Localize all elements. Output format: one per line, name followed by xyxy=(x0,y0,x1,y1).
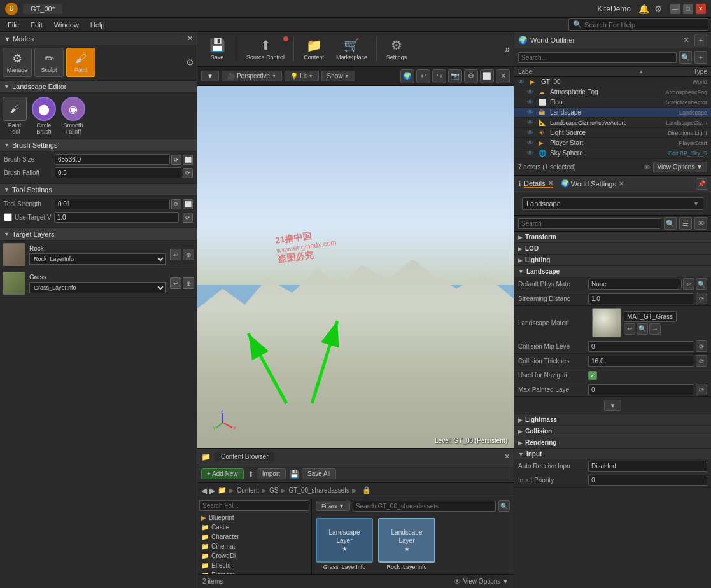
settings-icon[interactable]: ⚙ xyxy=(654,4,663,14)
circle-brush-btn[interactable]: ⬤ CircleBrush xyxy=(32,97,56,135)
rock-layer-select[interactable]: Rock_LayerInfo xyxy=(29,253,166,265)
collision-thick-reset[interactable]: ⟳ xyxy=(696,355,707,367)
details-group-rendering-header[interactable]: ▶ Rendering xyxy=(514,437,711,448)
sky-eye-icon[interactable]: 👁 xyxy=(527,150,536,157)
vp-icon-5[interactable]: ⚙ xyxy=(464,69,478,83)
grass-layer-select[interactable]: Grass_LayerInfo xyxy=(29,282,166,293)
cb-tab[interactable]: Content Browser xyxy=(215,452,274,461)
cb-add-new-btn[interactable]: + Add New xyxy=(201,468,244,479)
target-layers-header[interactable]: ▼ Target Layers xyxy=(0,228,197,241)
tree-item-castle[interactable]: 📁 Castle xyxy=(197,522,311,532)
collision-mip-reset[interactable]: ⟳ xyxy=(696,340,707,352)
menu-file[interactable]: File xyxy=(3,20,24,30)
floor-eye-icon[interactable]: 👁 xyxy=(527,99,536,106)
tree-item-cinemat[interactable]: 📁 Cinemat xyxy=(197,542,311,551)
details-view-btn[interactable]: ☰ xyxy=(679,217,692,230)
search-assets-input[interactable] xyxy=(353,501,496,512)
streaming-dist-reset[interactable]: ⟳ xyxy=(696,293,707,304)
breadcrumb-content[interactable]: Content xyxy=(237,487,259,494)
save-button[interactable]: 💾 Save xyxy=(201,35,233,63)
landscape-expand-btn[interactable]: ▼ xyxy=(604,400,622,411)
rock-reset-btn[interactable]: ↩ xyxy=(170,249,181,260)
paint-tool-btn[interactable]: 🖌 PaintTool xyxy=(3,97,27,135)
maximize-button[interactable]: □ xyxy=(683,4,693,14)
tree-item-blueprint[interactable]: ▶ Blueprint xyxy=(197,513,311,522)
tree-item-crowddi[interactable]: 📁 CrowdDi xyxy=(197,551,311,561)
default-phys-select[interactable]: None xyxy=(588,279,682,290)
tool-strength-input[interactable] xyxy=(55,199,170,209)
wo-search-btn[interactable]: 🔍 xyxy=(679,51,692,64)
light-eye-icon[interactable]: 👁 xyxy=(527,129,536,136)
used-nav-checkbox[interactable]: ✓ xyxy=(588,371,597,380)
brush-falloff-reset[interactable]: ⟳ xyxy=(183,168,193,178)
details-group-landscape-header[interactable]: ▼ Landscape xyxy=(514,266,711,277)
wo-search-input[interactable] xyxy=(518,52,677,63)
notifications-icon[interactable]: 🔔 xyxy=(638,4,649,14)
details-group-input-header[interactable]: ▼ Input xyxy=(514,449,711,459)
auto-receive-select[interactable]: Disabled xyxy=(588,461,707,472)
tree-item-character[interactable]: 📁 Character xyxy=(197,532,311,542)
asset-grass[interactable]: LandscapeLayer★ Grass_LayerInfo xyxy=(316,518,373,571)
collision-thick-input[interactable] xyxy=(588,356,694,367)
collision-mip-input[interactable] xyxy=(588,341,694,352)
breadcrumb-gs[interactable]: GS xyxy=(269,487,278,494)
close-button[interactable]: ✕ xyxy=(696,4,706,14)
details-eye-btn[interactable]: 👁 xyxy=(694,217,707,230)
minimize-button[interactable]: — xyxy=(670,4,680,14)
wo-item-gizmo[interactable]: 👁 📐 LandscapeGizmoActiveActorL Landscape… xyxy=(514,118,711,128)
use-target-reset[interactable]: ⟳ xyxy=(183,213,193,223)
details-group-lightmass-header[interactable]: ▶ Lightmass xyxy=(514,414,711,425)
details-tab-close[interactable]: ✕ xyxy=(548,179,553,186)
asset-rock[interactable]: LandscapeLayer★ Rock_LayerInfo xyxy=(378,518,435,571)
mode-manage[interactable]: ⚙ Manage xyxy=(3,48,32,77)
perspective-btn[interactable]: 🎥 Perspective ▼ xyxy=(222,71,282,81)
details-tab[interactable]: Details ✕ xyxy=(524,179,553,188)
details-group-collision-header[interactable]: ▶ Collision xyxy=(514,426,711,437)
streaming-dist-input[interactable] xyxy=(588,293,694,304)
cb-back-btn[interactable]: ◀ xyxy=(201,486,207,495)
wo-item-landscape[interactable]: 👁 🏔 Landscape Landscape xyxy=(514,108,711,118)
cb-view-options[interactable]: View Options ▼ xyxy=(463,578,509,585)
wo-add-btn[interactable]: + xyxy=(694,34,707,46)
toolbar-expand-btn[interactable]: » xyxy=(505,44,510,54)
cb-close-btn[interactable]: ✕ xyxy=(504,452,510,461)
gt00-eye-icon[interactable]: 👁 xyxy=(518,78,527,85)
tool-strength-reset[interactable]: ⟳ xyxy=(171,199,181,209)
vp-maximize-btn[interactable]: ⬜ xyxy=(480,69,494,83)
input-priority-input[interactable] xyxy=(588,475,707,486)
cb-import-btn[interactable]: Import xyxy=(257,468,286,479)
details-search-input[interactable] xyxy=(518,218,661,229)
wo-item-light[interactable]: 👁 ☀ Light Source DirectionalLight xyxy=(514,128,711,138)
brush-settings-header[interactable]: ▼ Brush Settings xyxy=(0,139,197,151)
viewport-dropdown-btn[interactable]: ▼ xyxy=(201,71,219,81)
content-button[interactable]: 📁 Content xyxy=(298,35,330,63)
menu-help[interactable]: Help xyxy=(85,20,110,30)
details-group-lod-header[interactable]: ▶ LOD xyxy=(514,243,711,254)
breadcrumb-sharedassets[interactable]: GT_00_sharedassets xyxy=(288,487,349,494)
marketplace-button[interactable]: 🛒 Marketplace xyxy=(331,35,372,63)
mode-sculpt[interactable]: ✏ Sculpt xyxy=(34,48,64,77)
modes-close[interactable]: ✕ xyxy=(187,34,193,43)
menu-window[interactable]: Window xyxy=(49,20,84,30)
world-settings-tab[interactable]: 🌍 World Settings ✕ xyxy=(561,179,624,188)
mat-reset-btn[interactable]: ↩ xyxy=(624,323,635,335)
vp-icon-4[interactable]: 📷 xyxy=(448,69,462,83)
use-target-input[interactable] xyxy=(54,212,179,223)
gizmo-eye-icon[interactable]: 👁 xyxy=(527,119,536,126)
tool-settings-header[interactable]: ▼ Tool Settings xyxy=(0,183,197,196)
show-btn[interactable]: Show ▼ xyxy=(321,71,355,81)
mat-search-btn[interactable]: 🔍 xyxy=(637,323,648,335)
settings-button[interactable]: ⚙ Settings xyxy=(381,35,412,63)
vp-icon-3[interactable]: ↪ xyxy=(432,69,446,83)
use-target-checkbox[interactable] xyxy=(4,213,12,221)
wo-item-sky[interactable]: 👁 🌐 Sky Sphere Edit BP_Sky_S xyxy=(514,148,711,158)
menu-edit[interactable]: Edit xyxy=(25,20,48,30)
world-settings-close[interactable]: ✕ xyxy=(619,180,624,187)
brush-size-expand[interactable]: ⬜ xyxy=(183,155,193,165)
mat-select[interactable]: MAT_GT_Grass xyxy=(624,311,677,322)
wo-view-options-btn[interactable]: View Options ▼ xyxy=(653,162,707,172)
player-eye-icon[interactable]: 👁 xyxy=(527,139,536,146)
grass-reset-btn[interactable]: ↩ xyxy=(170,277,181,289)
source-control-button[interactable]: ⬆ Source Control xyxy=(241,35,290,63)
lit-btn[interactable]: 💡 Lit ▼ xyxy=(285,71,319,81)
